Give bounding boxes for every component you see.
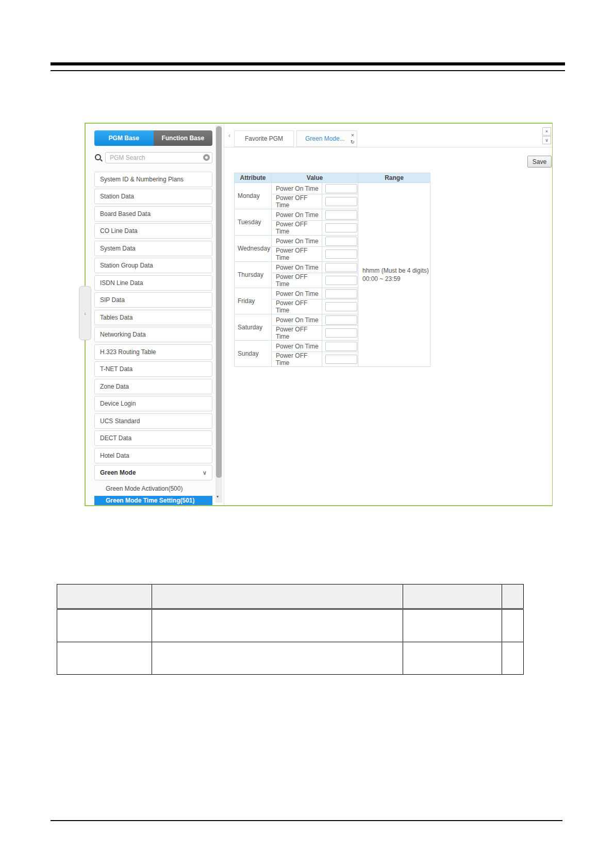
col-header-attribute: Attribute (235, 173, 272, 183)
sidebar-item-device-login[interactable]: Device Login (94, 396, 212, 411)
tab-green-mode[interactable]: Green Mode... × ↻ (296, 130, 357, 147)
power-time-input[interactable] (325, 223, 357, 232)
tab-bar: ‹ Favorite PGM Green Mode... × ↻ × ∨ (224, 124, 552, 147)
tab-close-icon[interactable]: × (351, 132, 354, 139)
bottom-divider (51, 820, 562, 821)
power-time-input[interactable] (325, 302, 357, 311)
close-icon: × (545, 129, 548, 134)
base-toggle: PGM Base Function Base (94, 130, 212, 146)
chevron-down-icon: ∨ (203, 465, 207, 480)
screenshot-frame: PGM Base Function Base System ID & Numbe… (85, 123, 553, 506)
pgm-search-row (94, 152, 212, 163)
power-time-input[interactable] (325, 263, 357, 272)
header-cell (502, 585, 524, 609)
sidebar-item-sip-data[interactable]: SIP Data (94, 292, 212, 308)
header-cell (403, 585, 502, 609)
main-panel: ‹ Favorite PGM Green Mode... × ↻ × ∨ Sav… (224, 124, 552, 505)
clear-search-icon[interactable] (203, 154, 210, 161)
sidebar-item-station-data[interactable]: Station Data (94, 189, 212, 204)
power-time-input[interactable] (325, 237, 357, 246)
day-label: Thursday (235, 262, 272, 288)
day-label: Sunday (235, 341, 272, 367)
sidebar-item-networking-data[interactable]: Networking Data (94, 327, 212, 342)
tab-controls: × ↻ (351, 132, 355, 145)
search-input[interactable] (105, 152, 212, 163)
scroll-down-icon[interactable]: ▾ (217, 494, 219, 499)
spec-table (57, 584, 524, 675)
sidebar-item-green-mode[interactable]: Green Mode ∨ (94, 465, 212, 480)
green-mode-label: Green Mode (100, 469, 136, 476)
sidebar-item-system-data[interactable]: System Data (94, 241, 212, 256)
sidebar-item-h323-routing-table[interactable]: H.323 Routing Table (94, 344, 212, 360)
power-time-input[interactable] (325, 315, 357, 325)
sidebar-collapse-handle[interactable]: ‹ (79, 286, 91, 340)
power-off-label: Power OFF Time (272, 352, 322, 367)
range-line-1: hhmm (Must be 4 digits) (362, 266, 430, 275)
chevron-down-icon: ∨ (545, 138, 549, 143)
sidebar-item-ucs-standard[interactable]: UCS Standard (94, 413, 212, 429)
power-on-label: Power On Time (272, 183, 322, 194)
spec-table-header-row (57, 585, 524, 609)
tab-favorite-pgm[interactable]: Favorite PGM (234, 130, 294, 147)
sidebar-item-station-group-data[interactable]: Station Group Data (94, 258, 212, 273)
sidebar-item-hotel-data[interactable]: Hotel Data (94, 448, 212, 463)
sidebar-scrollbar[interactable] (215, 125, 222, 503)
sidebar-subitem-green-mode-time-setting[interactable]: Green Mode Time Setting(501) (94, 496, 212, 505)
spec-table-row (57, 642, 524, 675)
power-off-label: Power OFF Time (272, 299, 322, 314)
sidebar-subitem-green-mode-activation[interactable]: Green Mode Activation(500) (94, 483, 212, 494)
top-divider (51, 62, 565, 71)
document-page: PGM Base Function Base System ID & Numbe… (0, 0, 614, 868)
search-icon (95, 154, 101, 160)
scrollbar-thumb[interactable] (216, 126, 222, 478)
sidebar-item-board-based-data[interactable]: Board Based Data (94, 206, 212, 222)
sidebar-item-tnet-data[interactable]: T-NET Data (94, 361, 212, 377)
tab-refresh-icon[interactable]: ↻ (351, 139, 355, 145)
day-label: Friday (235, 288, 272, 314)
power-on-label: Power On Time (272, 209, 322, 221)
body-cell (152, 642, 403, 675)
power-off-label: Power OFF Time (272, 221, 322, 236)
power-time-input[interactable] (325, 184, 357, 193)
tab-scroll-left-icon[interactable]: ‹ (228, 132, 230, 139)
body-cell (502, 609, 524, 642)
sidebar-item-co-line-data[interactable]: CO Line Data (94, 223, 212, 239)
body-cell (502, 642, 524, 675)
header-cell (152, 585, 403, 609)
power-on-label: Power On Time (272, 262, 322, 273)
sidebar-item-zone-data[interactable]: Zone Data (94, 379, 212, 394)
spec-table-row (57, 609, 524, 642)
body-cell (403, 609, 502, 642)
power-time-input[interactable] (325, 289, 357, 298)
power-time-input[interactable] (325, 197, 357, 206)
power-time-input[interactable] (325, 249, 357, 259)
power-off-label: Power OFF Time (272, 273, 322, 288)
power-time-input[interactable] (325, 276, 357, 285)
power-off-label: Power OFF Time (272, 194, 322, 209)
day-label: Monday (235, 183, 272, 209)
power-on-label: Power On Time (272, 314, 322, 326)
panel-close-button[interactable]: × (542, 127, 551, 136)
sidebar-item-isdn-line-data[interactable]: ISDN Line Data (94, 275, 212, 291)
body-cell (57, 609, 152, 642)
pgm-sidebar: PGM Base Function Base System ID & Numbe… (86, 124, 224, 505)
day-label: Wednesday (235, 236, 272, 262)
tab-green-mode-label: Green Mode... (305, 135, 345, 142)
body-cell (403, 642, 502, 675)
power-time-input[interactable] (325, 328, 357, 338)
sidebar-item-tables-data[interactable]: Tables Data (94, 310, 212, 325)
col-header-range: Range (358, 173, 430, 183)
panel-collapse-button[interactable]: ∨ (542, 136, 551, 144)
body-cell (152, 609, 403, 642)
chevron-left-icon: ‹ (84, 310, 86, 316)
power-time-input[interactable] (325, 210, 357, 220)
function-base-button[interactable]: Function Base (154, 130, 213, 146)
range-cell: hhmm (Must be 4 digits) 00:00 ~ 23:59 (358, 183, 430, 367)
pgm-base-button[interactable]: PGM Base (94, 130, 154, 146)
save-button[interactable]: Save (527, 156, 552, 168)
sidebar-item-dect-data[interactable]: DECT Data (94, 430, 212, 446)
power-time-input[interactable] (325, 342, 357, 351)
power-time-input[interactable] (325, 355, 357, 364)
sidebar-item-system-id[interactable]: System ID & Numbering Plans (94, 172, 212, 187)
table-header-row: Attribute Value Range (235, 173, 430, 183)
